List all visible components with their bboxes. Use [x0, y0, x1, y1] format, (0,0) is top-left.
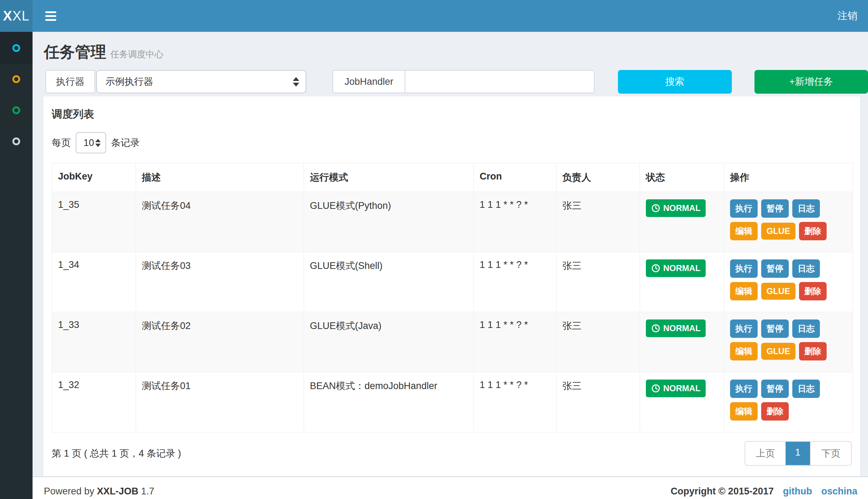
sidebar-item-3[interactable] [0, 95, 33, 126]
op-pause-button[interactable]: 暂停 [761, 319, 789, 338]
ops-cell: 执行暂停日志编辑GLUE删除 [724, 192, 853, 252]
status-badge: NORMAL [646, 199, 706, 217]
top-navbar: XXL 注销 [0, 0, 868, 32]
table-row: 1_34 测试任务03 GLUE模式(Shell) 1 1 1 * * ? * … [52, 252, 853, 312]
search-button[interactable]: 搜索 [618, 70, 731, 94]
logo-text-bold: X [3, 8, 12, 24]
page-title: 任务管理任务调度中心 [44, 42, 868, 63]
status-badge: NORMAL [646, 259, 706, 277]
logout-link[interactable]: 注销 [838, 9, 857, 23]
footer-right: Copyright © 2015-2017 github oschina [671, 486, 857, 497]
jobkey-cell: 1_32 [52, 372, 136, 432]
clock-icon [651, 384, 660, 393]
job-table-body: 1_35 测试任务04 GLUE模式(Python) 1 1 1 * * ? *… [52, 192, 853, 432]
oschina-link[interactable]: oschina [821, 486, 857, 497]
pagination-info: 第 1 页 ( 总共 1 页，4 条记录 ) [52, 447, 181, 460]
page-1-button[interactable]: 1 [786, 442, 810, 465]
status-text: NORMAL [663, 323, 700, 333]
op-trigger-button[interactable]: 执行 [730, 380, 758, 398]
ops-cell: 执行暂停日志编辑GLUE删除 [724, 252, 853, 312]
op-pause-button[interactable]: 暂停 [761, 380, 789, 398]
status-cell: NORMAL [640, 372, 724, 432]
circle-o-icon [12, 106, 20, 114]
circle-o-icon [12, 44, 20, 52]
op-glue-button[interactable]: GLUE [761, 283, 795, 300]
clock-icon [651, 204, 660, 213]
status-cell: NORMAL [640, 312, 724, 372]
op-glue-button[interactable]: GLUE [761, 223, 795, 240]
select-arrows-icon [95, 139, 100, 147]
cron-cell: 1 1 1 * * ? * [474, 192, 556, 252]
copyright-text: Copyright © 2015-2017 [671, 486, 774, 497]
prev-page-button[interactable]: 上页 [745, 442, 786, 465]
jobkey-cell: 1_34 [52, 252, 136, 312]
pagination-row: 第 1 页 ( 总共 1 页，4 条记录 ) 上页 1 下页 [52, 441, 852, 466]
desc-cell: 测试任务04 [136, 192, 304, 252]
circle-o-icon [12, 75, 20, 83]
desc-cell: 测试任务03 [136, 252, 304, 312]
op-trigger-button[interactable]: 执行 [730, 319, 758, 338]
panel-title: 调度列表 [52, 107, 852, 122]
mode-cell: GLUE模式(Python) [304, 192, 474, 252]
sidebar-item-2[interactable] [0, 64, 33, 95]
sidebar-item-4[interactable] [0, 126, 33, 157]
product-version: 1.7 [141, 486, 155, 497]
jobhandler-input[interactable] [405, 70, 595, 93]
op-log-button[interactable]: 日志 [792, 259, 820, 278]
op-trigger-button[interactable]: 执行 [730, 199, 758, 218]
jobkey-cell: 1_33 [52, 312, 136, 372]
op-pause-button[interactable]: 暂停 [761, 259, 789, 278]
op-glue-button[interactable]: GLUE [761, 343, 795, 360]
app-root: XXL 注销 任务管理任务调度中心 执行器 示例执行器 [0, 0, 868, 499]
op-delete-button[interactable]: 删除 [799, 282, 827, 300]
pagesize-prefix: 每页 [52, 136, 71, 149]
page-size-control: 每页 10 条记录 [52, 132, 852, 153]
col-header-desc: 描述 [136, 163, 304, 192]
schedule-list-panel: 调度列表 每页 10 条记录 JobKey 描述 运行模式 [43, 96, 860, 476]
powered-by-text: Powered by XXL-JOB 1.7 [44, 486, 154, 497]
op-edit-button[interactable]: 编辑 [730, 282, 758, 300]
logo-text: XL [12, 8, 29, 24]
pagesize-value: 10 [83, 137, 94, 148]
next-page-button[interactable]: 下页 [810, 442, 851, 465]
jobkey-cell: 1_35 [52, 192, 136, 252]
add-job-button[interactable]: +新增任务 [754, 70, 868, 94]
op-delete-button[interactable]: 删除 [799, 222, 827, 240]
desc-cell: 测试任务01 [136, 372, 304, 432]
owner-cell: 张三 [556, 252, 640, 312]
select-arrows-icon [293, 77, 299, 87]
job-table: JobKey 描述 运行模式 Cron 负责人 状态 操作 1_35 测试任务0… [52, 163, 853, 433]
pagesize-suffix: 条记录 [111, 136, 140, 149]
op-log-button[interactable]: 日志 [792, 199, 820, 218]
cron-cell: 1 1 1 * * ? * [474, 372, 556, 432]
pagesize-select[interactable]: 10 [76, 132, 106, 153]
col-header-owner: 负责人 [556, 163, 640, 192]
sidebar-item-1[interactable] [0, 33, 33, 64]
executor-label: 执行器 [45, 70, 95, 93]
op-trigger-button[interactable]: 执行 [730, 259, 758, 278]
clock-icon [651, 264, 660, 273]
executor-select[interactable]: 示例执行器 [96, 70, 306, 93]
content-header: 任务管理任务调度中心 [33, 32, 868, 70]
cron-cell: 1 1 1 * * ? * [474, 252, 556, 312]
col-header-cron: Cron [474, 163, 556, 192]
executor-select-value: 示例执行器 [105, 75, 153, 88]
op-edit-button[interactable]: 编辑 [730, 402, 758, 421]
col-header-jobkey: JobKey [52, 163, 136, 192]
status-badge: NORMAL [646, 319, 706, 337]
op-pause-button[interactable]: 暂停 [761, 199, 789, 218]
sidebar-toggle-icon[interactable] [44, 8, 58, 24]
status-text: NORMAL [663, 203, 700, 213]
op-edit-button[interactable]: 编辑 [730, 222, 758, 240]
jobhandler-filter-group: JobHandler [332, 70, 595, 93]
page-title-text: 任务管理 [44, 43, 106, 60]
op-log-button[interactable]: 日志 [792, 319, 820, 338]
op-log-button[interactable]: 日志 [792, 380, 820, 398]
owner-cell: 张三 [556, 372, 640, 432]
op-delete-button[interactable]: 删除 [799, 342, 827, 360]
op-edit-button[interactable]: 编辑 [730, 342, 758, 360]
github-link[interactable]: github [783, 486, 812, 497]
app-logo[interactable]: XXL [0, 0, 33, 32]
op-delete-button[interactable]: 删除 [761, 402, 789, 421]
ops-cell: 执行暂停日志编辑删除 [724, 372, 853, 432]
